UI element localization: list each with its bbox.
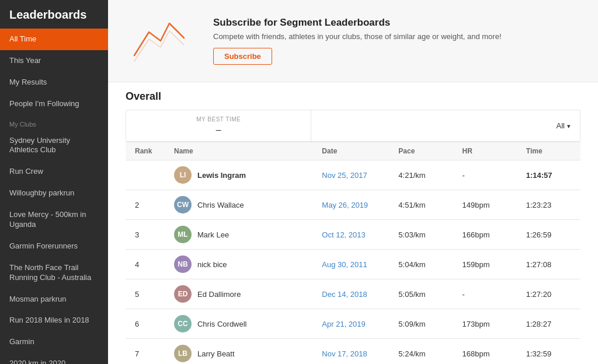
sidebar-item-suac[interactable]: Sydney University Athletics Club (0, 130, 108, 162)
athlete-name[interactable]: Lewis Ingram (197, 171, 246, 180)
pace-cell: 4:51/km (389, 190, 453, 220)
rank-cell: 5 (126, 279, 165, 309)
rank-cell: 2 (126, 190, 165, 220)
hr-cell: - (453, 160, 517, 190)
date-cell: Nov 17, 2018 (312, 339, 389, 365)
sidebar: Leaderboards All Time This Year My Resul… (0, 0, 108, 364)
sidebar-item-mosman[interactable]: Mosman parkrun (0, 289, 108, 310)
avatar: LI (174, 166, 192, 184)
date-link[interactable]: Oct 12, 2013 (322, 230, 365, 239)
sidebar-item-garmin-forerunners[interactable]: Garmin Forerunners (0, 236, 108, 257)
overall-section: Overall MY BEST TIME – All Rank Name Dat… (108, 82, 598, 364)
banner-title: Subscribe for Segment Leaderboards (213, 17, 502, 29)
col-date-header: Date (312, 142, 389, 160)
avatar: CC (174, 315, 192, 332)
time-cell: 1:28:27 (517, 309, 580, 339)
table-row: LILewis IngramNov 25, 20174:21/km-1:14:5… (126, 160, 580, 190)
athlete-name[interactable]: Chris Wallace (197, 201, 244, 209)
table-row: 2CWChris WallaceMay 26, 20194:51/km149bp… (126, 190, 580, 220)
segment-illustration (126, 12, 196, 70)
sidebar-item-run-2018[interactable]: Run 2018 Miles in 2018 (0, 310, 108, 331)
date-link[interactable]: Nov 25, 2017 (322, 171, 367, 180)
name-cell: CCChris Cordwell (165, 309, 312, 339)
time-cell: 1:32:59 (517, 339, 580, 365)
athlete-name[interactable]: nick bice (197, 260, 227, 269)
time-cell: 1:26:59 (517, 220, 580, 250)
hr-cell: 168bpm (453, 339, 517, 365)
name-cell: EDEd Dallimore (165, 279, 312, 309)
table-row: 4NBnick biceAug 30, 20115:04/km159bpm1:2… (126, 250, 580, 279)
table-header-row: Rank Name Date Pace HR Time (126, 142, 580, 160)
pace-cell: 5:04/km (389, 250, 453, 279)
hr-cell: 166bpm (453, 220, 517, 250)
athlete-name[interactable]: Larry Beatt (197, 349, 235, 358)
rank-cell (126, 160, 165, 190)
date-link[interactable]: Apr 21, 2019 (322, 320, 365, 328)
rank-cell: 7 (126, 339, 165, 365)
sidebar-item-following[interactable]: People I'm Following (0, 93, 108, 115)
date-link[interactable]: May 26, 2019 (322, 201, 368, 209)
main-content: Subscribe for Segment Leaderboards Compe… (108, 0, 598, 364)
subscribe-button[interactable]: Subscribe (213, 48, 272, 65)
sidebar-item-my-results[interactable]: My Results (0, 72, 108, 93)
name-cell: NBnick bice (165, 250, 312, 279)
avatar: ML (174, 226, 192, 243)
date-link[interactable]: Dec 14, 2018 (322, 290, 367, 299)
pace-cell: 5:05/km (389, 279, 453, 309)
athlete-name[interactable]: Chris Cordwell (197, 320, 247, 328)
date-link[interactable]: Aug 30, 2011 (322, 260, 367, 269)
sidebar-item-willoughby[interactable]: Willoughby parkrun (0, 183, 108, 204)
leaderboard-table: Rank Name Date Pace HR Time LILewis Ingr… (126, 142, 580, 364)
best-time-label: MY BEST TIME (135, 116, 301, 123)
date-cell: May 26, 2019 (312, 190, 389, 220)
date-cell: Apr 21, 2019 (312, 309, 389, 339)
col-name-header: Name (165, 142, 312, 160)
hr-cell: - (453, 279, 517, 309)
time-cell: 1:23:23 (517, 190, 580, 220)
name-cell: MLMark Lee (165, 220, 312, 250)
best-time-cell: MY BEST TIME – (126, 110, 311, 141)
pace-cell: 5:09/km (389, 309, 453, 339)
table-row: 5EDEd DallimoreDec 14, 20185:05/km-1:27:… (126, 279, 580, 309)
sidebar-item-garmin[interactable]: Garmin (0, 331, 108, 353)
filter-dropdown[interactable]: All (478, 116, 580, 136)
sidebar-item-love-mercy[interactable]: Love Mercy - 500km in Uganda (0, 204, 108, 236)
sidebar-item-all-time[interactable]: All Time (0, 29, 108, 50)
clubs-list: Sydney University Athletics ClubRun Crew… (0, 130, 108, 364)
col-hr-header: HR (453, 142, 517, 160)
time-cell: 1:27:20 (517, 279, 580, 309)
pace-cell: 5:24/km (389, 339, 453, 365)
avatar: LB (174, 345, 192, 362)
sidebar-item-run-crew[interactable]: Run Crew (0, 161, 108, 183)
date-cell: Dec 14, 2018 (312, 279, 389, 309)
avatar: CW (174, 196, 192, 214)
my-clubs-label: My Clubs (0, 115, 108, 130)
name-cell: LBLarry Beatt (165, 339, 312, 365)
pace-cell: 5:03/km (389, 220, 453, 250)
table-row: 7LBLarry BeattNov 17, 20185:24/km168bpm1… (126, 339, 580, 365)
col-pace-header: Pace (389, 142, 453, 160)
sidebar-item-north-face[interactable]: The North Face Trail Running Club - Aust… (0, 257, 108, 289)
time-cell: 1:27:08 (517, 250, 580, 279)
rank-cell: 3 (126, 220, 165, 250)
athlete-name[interactable]: Mark Lee (197, 230, 229, 239)
col-rank-header: Rank (126, 142, 165, 160)
table-row: 3MLMark LeeOct 12, 20135:03/km166bpm1:26… (126, 220, 580, 250)
table-row: 6CCChris CordwellApr 21, 20195:09/km173b… (126, 309, 580, 339)
name-cell: LILewis Ingram (165, 160, 312, 190)
chevron-down-icon (567, 121, 571, 130)
name-cell: CWChris Wallace (165, 190, 312, 220)
subscribe-banner: Subscribe for Segment Leaderboards Compe… (108, 0, 598, 82)
hr-cell: 159bpm (453, 250, 517, 279)
date-link[interactable]: Nov 17, 2018 (322, 349, 367, 358)
banner-text: Subscribe for Segment Leaderboards Compe… (213, 17, 502, 65)
sidebar-item-this-year[interactable]: This Year (0, 50, 108, 72)
avatar: NB (174, 256, 192, 273)
athlete-name[interactable]: Ed Dallimore (197, 290, 241, 299)
rank-cell: 6 (126, 309, 165, 339)
leaderboard-body: LILewis IngramNov 25, 20174:21/km-1:14:5… (126, 160, 580, 365)
pace-cell: 4:21/km (389, 160, 453, 190)
sidebar-title: Leaderboards (0, 0, 108, 29)
sidebar-item-2020km[interactable]: 2020 km in 2020 (0, 353, 108, 364)
date-cell: Aug 30, 2011 (312, 250, 389, 279)
